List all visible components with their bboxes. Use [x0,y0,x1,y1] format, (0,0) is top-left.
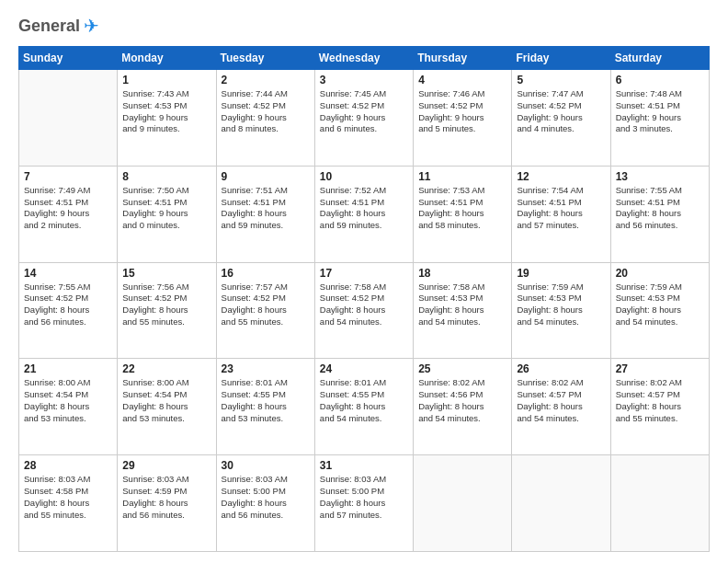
day-number-26: 26 [517,362,605,375]
empty-cell [19,70,118,167]
day-cell-21: 21Sunrise: 8:00 AM Sunset: 4:54 PM Dayli… [19,359,118,455]
empty-cell [610,455,709,552]
day-info-4: Sunrise: 7:46 AM Sunset: 4:52 PM Dayligh… [418,88,506,135]
day-cell-23: 23Sunrise: 8:01 AM Sunset: 4:55 PM Dayli… [216,359,314,455]
logo-general-text: General [18,17,80,36]
day-number-16: 16 [222,267,310,280]
day-number-25: 25 [418,362,506,375]
weekday-header-row: SundayMondayTuesdayWednesdayThursdayFrid… [19,47,710,70]
weekday-header-saturday: Saturday [610,47,709,70]
day-info-31: Sunrise: 8:03 AM Sunset: 5:00 PM Dayligh… [320,474,408,521]
day-number-7: 7 [24,170,112,183]
day-info-11: Sunrise: 7:53 AM Sunset: 4:51 PM Dayligh… [418,185,506,232]
day-info-5: Sunrise: 7:47 AM Sunset: 4:52 PM Dayligh… [517,88,605,135]
weekday-header-sunday: Sunday [19,47,118,70]
day-cell-29: 29Sunrise: 8:03 AM Sunset: 4:59 PM Dayli… [118,455,216,552]
day-cell-28: 28Sunrise: 8:03 AM Sunset: 4:58 PM Dayli… [19,455,118,552]
day-number-8: 8 [122,170,210,183]
day-number-27: 27 [616,362,704,375]
day-info-18: Sunrise: 7:58 AM Sunset: 4:53 PM Dayligh… [418,282,506,328]
day-cell-8: 8Sunrise: 7:50 AM Sunset: 4:51 PM Daylig… [118,166,216,262]
day-info-17: Sunrise: 7:58 AM Sunset: 4:52 PM Dayligh… [320,282,408,328]
day-cell-5: 5Sunrise: 7:47 AM Sunset: 4:52 PM Daylig… [512,70,610,167]
day-info-21: Sunrise: 8:00 AM Sunset: 4:54 PM Dayligh… [24,377,112,424]
day-cell-2: 2Sunrise: 7:44 AM Sunset: 4:52 PM Daylig… [216,70,314,167]
day-cell-26: 26Sunrise: 8:02 AM Sunset: 4:57 PM Dayli… [512,359,610,455]
page: General ✈ SundayMondayTuesdayWednesdayTh… [0,0,728,563]
day-info-2: Sunrise: 7:44 AM Sunset: 4:52 PM Dayligh… [222,88,310,135]
day-cell-22: 22Sunrise: 8:00 AM Sunset: 4:54 PM Dayli… [118,359,216,455]
day-number-6: 6 [616,74,704,86]
day-info-30: Sunrise: 8:03 AM Sunset: 5:00 PM Dayligh… [222,474,310,521]
day-number-2: 2 [222,74,310,86]
day-info-22: Sunrise: 8:00 AM Sunset: 4:54 PM Dayligh… [122,377,210,424]
day-cell-24: 24Sunrise: 8:01 AM Sunset: 4:55 PM Dayli… [314,359,413,455]
day-info-28: Sunrise: 8:03 AM Sunset: 4:58 PM Dayligh… [24,474,112,521]
day-cell-3: 3Sunrise: 7:45 AM Sunset: 4:52 PM Daylig… [314,70,413,167]
week-row-4: 21Sunrise: 8:00 AM Sunset: 4:54 PM Dayli… [19,359,710,455]
day-number-28: 28 [24,459,112,472]
day-info-27: Sunrise: 8:02 AM Sunset: 4:57 PM Dayligh… [616,377,704,424]
day-info-16: Sunrise: 7:57 AM Sunset: 4:52 PM Dayligh… [222,282,310,328]
day-number-1: 1 [122,74,210,86]
day-cell-7: 7Sunrise: 7:49 AM Sunset: 4:51 PM Daylig… [19,166,118,262]
day-info-3: Sunrise: 7:45 AM Sunset: 4:52 PM Dayligh… [320,88,408,135]
week-row-2: 7Sunrise: 7:49 AM Sunset: 4:51 PM Daylig… [19,166,710,262]
day-number-15: 15 [122,267,210,280]
day-cell-31: 31Sunrise: 8:03 AM Sunset: 5:00 PM Dayli… [314,455,413,552]
day-info-10: Sunrise: 7:52 AM Sunset: 4:51 PM Dayligh… [320,185,408,232]
weekday-header-thursday: Thursday [414,47,512,70]
week-row-5: 28Sunrise: 8:03 AM Sunset: 4:58 PM Dayli… [19,455,710,552]
day-cell-30: 30Sunrise: 8:03 AM Sunset: 5:00 PM Dayli… [216,455,314,552]
day-info-14: Sunrise: 7:55 AM Sunset: 4:52 PM Dayligh… [24,282,112,328]
day-cell-25: 25Sunrise: 8:02 AM Sunset: 4:56 PM Dayli… [414,359,512,455]
day-cell-13: 13Sunrise: 7:55 AM Sunset: 4:51 PM Dayli… [610,166,709,262]
logo-bird-icon: ✈ [84,15,99,37]
day-cell-14: 14Sunrise: 7:55 AM Sunset: 4:52 PM Dayli… [19,262,118,359]
weekday-header-friday: Friday [512,47,610,70]
day-cell-17: 17Sunrise: 7:58 AM Sunset: 4:52 PM Dayli… [314,262,413,359]
day-number-18: 18 [418,267,506,280]
day-number-24: 24 [320,362,408,375]
day-cell-11: 11Sunrise: 7:53 AM Sunset: 4:51 PM Dayli… [414,166,512,262]
day-number-13: 13 [616,170,704,183]
day-number-19: 19 [517,267,605,280]
weekday-header-tuesday: Tuesday [216,47,314,70]
day-number-10: 10 [320,170,408,183]
day-number-17: 17 [320,267,408,280]
weekday-header-wednesday: Wednesday [314,47,413,70]
day-number-31: 31 [320,459,408,472]
week-row-1: 1Sunrise: 7:43 AM Sunset: 4:53 PM Daylig… [19,70,710,167]
day-number-3: 3 [320,74,408,86]
day-cell-18: 18Sunrise: 7:58 AM Sunset: 4:53 PM Dayli… [414,262,512,359]
day-info-6: Sunrise: 7:48 AM Sunset: 4:51 PM Dayligh… [616,88,704,135]
day-number-5: 5 [517,74,605,86]
day-cell-4: 4Sunrise: 7:46 AM Sunset: 4:52 PM Daylig… [414,70,512,167]
day-number-9: 9 [222,170,310,183]
day-cell-10: 10Sunrise: 7:52 AM Sunset: 4:51 PM Dayli… [314,166,413,262]
weekday-header-monday: Monday [118,47,216,70]
empty-cell [414,455,512,552]
calendar-table: SundayMondayTuesdayWednesdayThursdayFrid… [18,46,710,552]
day-info-24: Sunrise: 8:01 AM Sunset: 4:55 PM Dayligh… [320,377,408,424]
day-info-12: Sunrise: 7:54 AM Sunset: 4:51 PM Dayligh… [517,185,605,232]
logo: General ✈ [18,15,99,37]
day-number-22: 22 [122,362,210,375]
day-number-20: 20 [616,267,704,280]
day-number-30: 30 [222,459,310,472]
day-number-21: 21 [24,362,112,375]
day-info-20: Sunrise: 7:59 AM Sunset: 4:53 PM Dayligh… [616,282,704,328]
day-info-13: Sunrise: 7:55 AM Sunset: 4:51 PM Dayligh… [616,185,704,232]
day-number-29: 29 [122,459,210,472]
day-info-25: Sunrise: 8:02 AM Sunset: 4:56 PM Dayligh… [418,377,506,424]
day-cell-9: 9Sunrise: 7:51 AM Sunset: 4:51 PM Daylig… [216,166,314,262]
day-info-26: Sunrise: 8:02 AM Sunset: 4:57 PM Dayligh… [517,377,605,424]
day-number-12: 12 [517,170,605,183]
day-cell-20: 20Sunrise: 7:59 AM Sunset: 4:53 PM Dayli… [610,262,709,359]
day-cell-27: 27Sunrise: 8:02 AM Sunset: 4:57 PM Dayli… [610,359,709,455]
day-number-23: 23 [222,362,310,375]
day-info-8: Sunrise: 7:50 AM Sunset: 4:51 PM Dayligh… [122,185,210,232]
day-info-19: Sunrise: 7:59 AM Sunset: 4:53 PM Dayligh… [517,282,605,328]
day-number-4: 4 [418,74,506,86]
day-info-15: Sunrise: 7:56 AM Sunset: 4:52 PM Dayligh… [122,282,210,328]
